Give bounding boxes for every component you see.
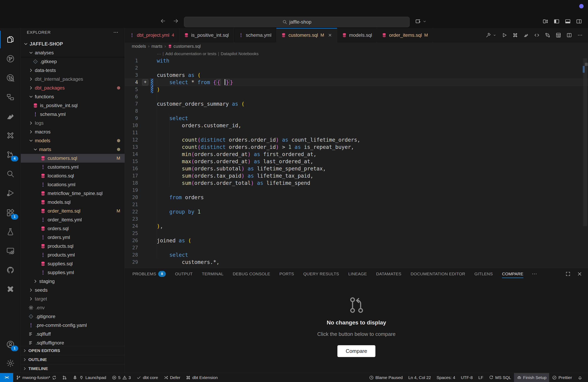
more-actions-icon[interactable] <box>113 30 119 35</box>
sparkle-window-icon[interactable] <box>415 18 421 24</box>
layout-customize-icon[interactable] <box>542 18 548 24</box>
copilot-control[interactable] <box>415 18 427 24</box>
status-encoding[interactable]: UTF-8 <box>458 373 476 382</box>
panel-tab-datamates[interactable]: DATAMATES <box>376 268 401 280</box>
tab-order-items-sql[interactable]: order_items.sqlM <box>377 28 433 42</box>
code-line-1[interactable]: 1with <box>125 57 588 64</box>
modified-lines-indicator[interactable] <box>151 86 153 93</box>
panel-tab-gitlens[interactable]: GITLENS <box>474 268 493 280</box>
status-branch[interactable]: mwong-fusion* <box>13 373 59 382</box>
file-products-yml[interactable]: products.yml <box>21 250 125 259</box>
status-eol[interactable]: LF <box>476 373 486 382</box>
code-line-26[interactable]: 26joined as ( <box>125 237 588 244</box>
file-locations-yml[interactable]: locations.yml <box>21 180 125 189</box>
codelens-link[interactable]: Add documentation or tests <box>165 51 216 56</box>
code-line-4[interactable]: 4+ select * from {{ }} <box>125 79 588 86</box>
layout-panel-icon[interactable] <box>565 18 571 24</box>
breadcrumb-item[interactable]: customers.sql <box>168 44 201 49</box>
panel-tab-ports[interactable]: PORTS <box>279 268 294 280</box>
code-line-18[interactable]: 18 sum(orders.order_total) as lifetime_s… <box>125 179 588 187</box>
file-orders-yml[interactable]: orders.yml <box>21 233 125 242</box>
folder-data-tests[interactable]: data-tests <box>21 66 125 75</box>
breadcrumb-item[interactable]: marts <box>151 44 162 49</box>
activity-remote-explorer[interactable] <box>0 242 21 260</box>
status-finish-setup[interactable]: Finish Setup <box>514 373 549 382</box>
folder-seeds[interactable]: seeds <box>21 286 125 294</box>
chev-sm-icon[interactable] <box>422 19 427 24</box>
ellipsis-icon[interactable] <box>577 32 583 38</box>
x-outline-icon[interactable] <box>512 32 518 38</box>
folder-analyses[interactable]: analyses <box>21 48 125 57</box>
add-comment-button[interactable]: + <box>142 79 148 86</box>
git-compare-icon[interactable] <box>545 32 550 38</box>
file-customers-sql[interactable]: customers.sqlM <box>21 154 125 163</box>
dbt-icon[interactable] <box>523 32 529 38</box>
code-line-19[interactable]: 19 <box>125 187 588 194</box>
status-blame[interactable]: Blame Paused <box>366 373 406 382</box>
more-panel-tabs-icon[interactable] <box>531 271 537 277</box>
modified-lines-indicator[interactable] <box>151 79 153 86</box>
status-prettier[interactable]: Prettier <box>549 373 575 382</box>
activity-run-debug[interactable] <box>0 184 21 202</box>
folder-models[interactable]: models <box>21 136 125 145</box>
table-icon[interactable] <box>556 32 561 38</box>
status-cursor-position[interactable]: Ln 4, Col 22 <box>406 373 434 382</box>
section-outline[interactable]: OUTLINE <box>21 355 125 364</box>
file-supplies-sql[interactable]: supplies.sql <box>21 259 125 268</box>
activity-extensions[interactable]: 1 <box>0 204 21 222</box>
folder-jaffle-shop[interactable]: JAFFLE-SHOP <box>21 39 125 48</box>
layout-sidebar-right-icon[interactable] <box>576 18 582 24</box>
code-line-8[interactable]: 8 <box>125 108 588 115</box>
panel-tab-terminal[interactable]: TERMINAL <box>202 268 224 280</box>
panel-tab-output[interactable]: OUTPUT <box>175 268 193 280</box>
file-supplies-yml[interactable]: supplies.yml <box>21 268 125 277</box>
status-launchpad[interactable]: Launchpad <box>70 373 109 382</box>
code-line-22[interactable]: 22 group by 1 <box>125 208 588 215</box>
status-source-control-graph[interactable] <box>59 373 70 382</box>
status-dbt-core[interactable]: dbt core <box>134 373 161 382</box>
section-open-editors[interactable]: OPEN EDITORS <box>21 346 125 355</box>
code-line-27[interactable]: 27 <box>125 244 588 251</box>
code-line-6[interactable]: 6 <box>125 93 588 100</box>
activity-accounts[interactable]: 1 <box>0 336 21 353</box>
folder-dbt-packages[interactable]: dbt_packages <box>21 83 125 92</box>
tab-models-sql[interactable]: models.sql <box>337 28 377 42</box>
file-customers-yml[interactable]: customers.yml <box>21 163 125 172</box>
activity-testing[interactable] <box>0 223 21 241</box>
command-center-search[interactable]: jaffle-shop <box>184 17 410 27</box>
code-line-12[interactable]: 12 count(distinct orders.order_id) as co… <box>125 136 588 143</box>
file--gitkeep[interactable]: .gitkeep <box>21 57 125 66</box>
panel-tab-debug-console[interactable]: DEBUG CONSOLE <box>233 268 270 280</box>
code-line-28[interactable]: 28 select <box>125 251 588 259</box>
close-icon[interactable] <box>328 33 332 37</box>
file-models-sql[interactable]: models.sql <box>21 198 125 207</box>
folder-target[interactable]: target <box>21 294 125 303</box>
file--pre-commit-config-yaml[interactable]: .pre-commit-config.yaml <box>21 321 125 330</box>
activity-dbt-cloud[interactable] <box>0 108 21 125</box>
arrow-right-icon[interactable] <box>173 18 179 24</box>
folder-logs[interactable]: logs <box>21 119 125 128</box>
folder-macros[interactable]: macros <box>21 128 125 136</box>
panel-tab-lineage[interactable]: LINEAGE <box>348 268 367 280</box>
code-line-29[interactable]: 29 customers.*, <box>125 259 588 266</box>
code-line-14[interactable]: 14 min(orders.ordered_at) as first_order… <box>125 151 588 158</box>
activity-settings[interactable] <box>0 354 21 372</box>
activity-source-control[interactable]: 4 <box>0 146 21 163</box>
folder-dbt-internal-packages[interactable]: dbt_internal_packages <box>21 75 125 83</box>
code-line-10[interactable]: 10 orders.customer_id, <box>125 122 588 129</box>
tab-customers-sql[interactable]: customers.sqlM <box>276 28 337 42</box>
code-line-20[interactable]: 20 from orders <box>125 194 588 201</box>
section-timeline[interactable]: TIMELINE <box>21 364 125 373</box>
panel-tab-query-results[interactable]: QUERY RESULTS <box>303 268 339 280</box>
code-line-3[interactable]: 3customers as ( <box>125 72 588 79</box>
status-dbt-extension[interactable]: dbt Extension <box>183 373 220 382</box>
file-metricflow-time-spine-sql[interactable]: metricflow_time_spine.sql <box>21 189 125 198</box>
file--sqlfluffignore[interactable]: .sqlfluffignore <box>21 339 125 346</box>
compare-button[interactable]: Compare <box>337 345 376 357</box>
code-line-17[interactable]: 17 sum(orders.tax_paid) as lifetime_tax_… <box>125 172 588 179</box>
split-icon[interactable] <box>567 32 572 38</box>
code-line-23[interactable]: 23 <box>125 215 588 223</box>
activity-dbt-power-user[interactable] <box>0 50 21 68</box>
file-schema-yml[interactable]: schema.yml <box>21 110 125 119</box>
code-line-7[interactable]: 7customer_orders_summary as ( <box>125 100 588 108</box>
